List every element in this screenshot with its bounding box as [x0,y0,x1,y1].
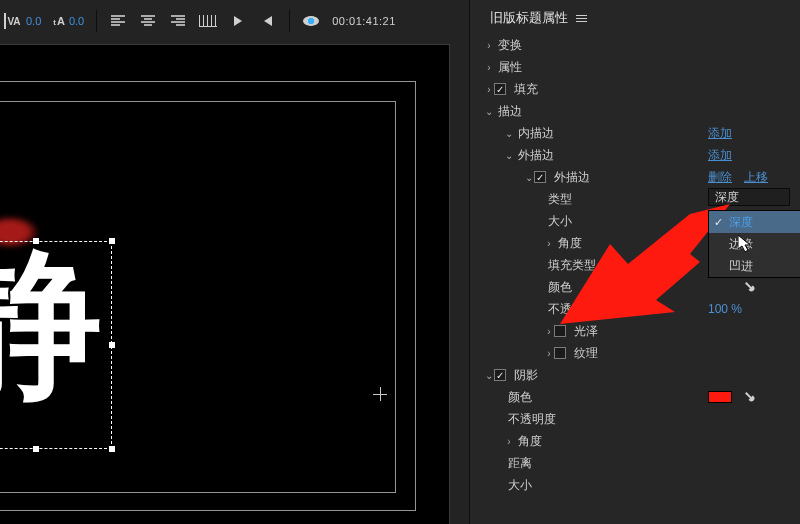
type-combobox[interactable]: 深度 [708,188,790,206]
kerning-control[interactable]: VA 0.0 [4,11,41,31]
align-right-icon[interactable] [169,12,187,30]
checkmark-icon: ✓ [714,216,723,229]
resize-handle[interactable] [109,342,115,348]
disclosure-icon[interactable] [484,84,494,95]
eyedropper-icon[interactable] [742,279,759,296]
prop-sheen[interactable]: 光泽 [480,320,800,342]
baseline-value[interactable]: 0.0 [69,15,84,27]
add-outer-stroke-link[interactable]: 添加 [708,147,732,164]
title-toolbar: VA 0.0 tA 0.0 00:01:41:21 [0,8,470,34]
texture-checkbox[interactable] [554,347,566,359]
outer-stroke-item[interactable]: 外描边 删除 上移 [480,166,800,188]
section-attributes[interactable]: 属性 [480,56,800,78]
type-dropdown-open[interactable]: ✓ 深度 边缘 凹进 [708,210,800,278]
prop-color[interactable]: 颜色 [480,276,800,298]
properties-panel: 旧版标题属性 变换 属性 填充 描边 内描边 添加 外描边 添加 [470,0,800,524]
type-option-depth[interactable]: ✓ 深度 [709,211,800,233]
text-bounding-box[interactable] [0,241,112,449]
section-shadow[interactable]: 阴影 [480,364,800,386]
title-canvas[interactable]: 静 [0,44,450,524]
show-video-icon[interactable] [302,12,320,30]
section-transform[interactable]: 变换 [480,34,800,56]
svg-marker-12 [234,16,242,26]
align-center-icon[interactable] [139,12,157,30]
sheen-checkbox[interactable] [554,325,566,337]
prop-shadow-opacity[interactable]: 不透明度 [480,408,800,430]
mouse-cursor-icon [738,235,752,253]
delete-stroke-link[interactable]: 删除 [708,169,732,186]
resize-handle[interactable] [33,238,39,244]
disclosure-icon[interactable] [484,40,494,51]
opacity-value[interactable]: 100 % [708,302,742,316]
playhead-timecode[interactable]: 00:01:41:21 [332,15,396,27]
kerning-icon: VA [4,13,22,29]
section-inner-stroke[interactable]: 内描边 添加 [480,122,800,144]
separator [289,10,290,32]
kerning-value[interactable]: 0.0 [26,15,41,27]
svg-marker-13 [264,16,272,26]
disclosure-icon[interactable] [544,326,554,337]
section-fill[interactable]: 填充 [480,78,800,100]
resize-handle[interactable] [109,238,115,244]
disclosure-icon[interactable] [504,436,514,447]
tabstop-first-icon[interactable] [229,12,247,30]
disclosure-icon[interactable] [524,172,534,183]
disclosure-icon[interactable] [544,238,554,249]
tabstop-last-icon[interactable] [259,12,277,30]
tab-ruler-icon[interactable] [199,12,217,30]
properties-tree: 变换 属性 填充 描边 内描边 添加 外描边 添加 外描边 [480,34,800,524]
shadow-checkbox[interactable] [494,369,506,381]
outer-stroke-checkbox[interactable] [534,171,546,183]
resize-handle[interactable] [33,446,39,452]
prop-shadow-color[interactable]: 颜色 [480,386,800,408]
align-left-icon[interactable] [109,12,127,30]
section-outer-stroke[interactable]: 外描边 添加 [480,144,800,166]
prop-texture[interactable]: 纹理 [480,342,800,364]
fill-checkbox[interactable] [494,83,506,95]
prop-shadow-size[interactable]: 大小 [480,474,800,496]
type-option-inset[interactable]: 凹进 [709,255,800,277]
prop-type[interactable]: 类型 深度 [480,188,800,210]
section-stroke[interactable]: 描边 [480,100,800,122]
type-option-edge[interactable]: 边缘 [709,233,800,255]
prop-opacity[interactable]: 不透明度 100 % [480,298,800,320]
panel-header: 旧版标题属性 [490,9,587,27]
baseline-control[interactable]: tA 0.0 [53,11,84,31]
disclosure-icon[interactable] [544,348,554,359]
moveup-stroke-link[interactable]: 上移 [744,169,768,186]
resize-handle[interactable] [109,446,115,452]
panel-title: 旧版标题属性 [490,9,568,27]
prop-shadow-distance[interactable]: 距离 [480,452,800,474]
anchor-crosshair-icon [373,387,387,401]
disclosure-icon[interactable] [484,106,494,117]
disclosure-icon[interactable] [504,150,514,161]
shadow-color-swatch[interactable] [708,391,732,403]
panel-menu-icon[interactable] [576,15,587,22]
baseline-icon: tA [53,15,65,27]
prop-shadow-angle[interactable]: 角度 [480,430,800,452]
add-inner-stroke-link[interactable]: 添加 [708,125,732,142]
separator [96,10,97,32]
disclosure-icon[interactable] [504,128,514,139]
disclosure-icon[interactable] [484,370,494,381]
preview-pane: VA 0.0 tA 0.0 00:01:41:21 静 [0,0,470,524]
prop-size[interactable]: 大小 ✓ 深度 边缘 凹进 [480,210,800,232]
svg-marker-15 [738,235,750,252]
eyedropper-icon[interactable] [742,389,759,406]
disclosure-icon[interactable] [484,62,494,73]
